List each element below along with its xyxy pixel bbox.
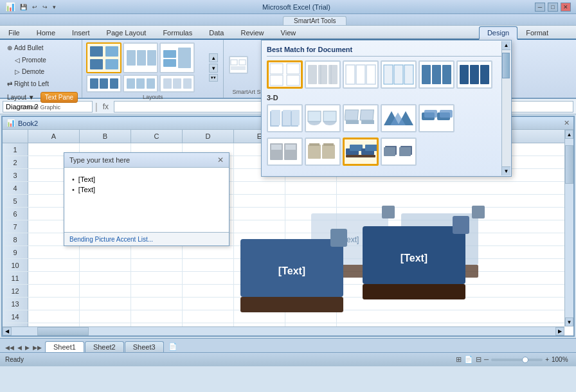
svg-rect-3 bbox=[105, 59, 118, 69]
style-thumb-3d-9[interactable] bbox=[381, 138, 417, 166]
tab-data[interactable]: Data bbox=[201, 26, 232, 39]
sheet-nav-next[interactable]: ▶ bbox=[24, 343, 31, 352]
col-header-b[interactable]: B bbox=[80, 130, 131, 143]
sheet-tab-1[interactable]: Sheet1 bbox=[45, 341, 84, 352]
col-header-d[interactable]: D bbox=[183, 130, 234, 143]
title-bar-controls[interactable]: ─ □ ✕ bbox=[535, 3, 571, 12]
style-thumb-1[interactable] bbox=[229, 56, 248, 74]
insert-sheet-btn[interactable]: 📄 bbox=[165, 341, 181, 352]
layout-thumb-2[interactable] bbox=[123, 42, 158, 73]
text-pane-close-btn[interactable]: ✕ bbox=[217, 156, 224, 165]
maximize-btn[interactable]: □ bbox=[548, 3, 558, 12]
minimize-btn[interactable]: ─ bbox=[535, 3, 545, 12]
sheet-tab-3[interactable]: Sheet3 bbox=[125, 341, 164, 352]
col-header-a[interactable]: A bbox=[28, 130, 80, 143]
layout-thumb-3[interactable] bbox=[159, 42, 195, 73]
undo-qat-btn[interactable]: ↩ bbox=[30, 3, 39, 11]
tab-formulas[interactable]: Formulas bbox=[154, 26, 201, 39]
style-thumb-3d-4[interactable] bbox=[381, 104, 417, 132]
style-thumb-3d-6[interactable] bbox=[267, 138, 303, 166]
style-thumb-3d-8[interactable] bbox=[343, 138, 379, 166]
sheet-nav-first[interactable]: ◀◀ bbox=[4, 343, 15, 352]
tab-format[interactable]: Format bbox=[518, 26, 557, 39]
scroll-down-btn[interactable]: ▼ bbox=[502, 166, 510, 175]
workbook-close-btn[interactable]: ✕ bbox=[564, 119, 570, 127]
page-break-btn[interactable]: ⊟ bbox=[476, 355, 482, 364]
tab-view[interactable]: View bbox=[273, 26, 305, 39]
svg-rect-12 bbox=[110, 78, 118, 89]
style-thumb-r1-3[interactable] bbox=[343, 60, 379, 89]
v-scroll-down-btn[interactable]: ▼ bbox=[565, 317, 573, 326]
svg-rect-96 bbox=[363, 284, 465, 299]
sheet-tab-2[interactable]: Sheet2 bbox=[85, 341, 124, 352]
save-qat-btn[interactable]: 💾 bbox=[18, 3, 29, 11]
h-scroll-left-btn[interactable]: ◀ bbox=[3, 327, 12, 335]
svg-rect-11 bbox=[100, 78, 108, 89]
svg-rect-83 bbox=[399, 147, 411, 156]
tab-file[interactable]: File bbox=[0, 26, 28, 39]
bullet-icon: • bbox=[72, 186, 75, 193]
sheet-nav-last[interactable]: ▶▶ bbox=[32, 343, 43, 352]
page-layout-btn[interactable]: 📄 bbox=[464, 355, 473, 364]
text-item-2[interactable]: [Text] bbox=[78, 186, 95, 193]
svg-rect-6 bbox=[147, 50, 156, 66]
style-thumb-3d-1[interactable] bbox=[267, 104, 303, 132]
scroll-down-arrow[interactable]: ▼ bbox=[209, 64, 218, 73]
rtl-icon: ⇄ bbox=[7, 80, 12, 87]
promote-btn[interactable]: ◁ Promote bbox=[12, 55, 78, 66]
tab-page-layout[interactable]: Page Layout bbox=[98, 26, 155, 39]
zoom-level: 100% bbox=[552, 356, 571, 363]
style-thumb-3d-7[interactable] bbox=[305, 138, 341, 166]
svg-rect-51 bbox=[292, 110, 300, 125]
style-thumb-r1-5[interactable] bbox=[419, 60, 455, 89]
h-scrollbar[interactable]: ◀ ▶ bbox=[3, 326, 564, 335]
tab-design[interactable]: Design bbox=[479, 26, 518, 40]
ribbon-tab-bar: File Home Insert Page Layout Formulas Da… bbox=[0, 26, 576, 40]
col-header-c[interactable]: C bbox=[131, 130, 183, 143]
layout-thumb-4[interactable] bbox=[86, 75, 122, 93]
demote-btn[interactable]: ▷ Demote bbox=[12, 66, 78, 77]
text-pane-btn[interactable]: Text Pane bbox=[40, 92, 78, 103]
zoom-slider[interactable] bbox=[491, 359, 543, 361]
scroll-expand-arrow[interactable]: ▾▾ bbox=[209, 74, 218, 82]
close-btn[interactable]: ✕ bbox=[561, 3, 571, 12]
style-thumb-r1-6[interactable] bbox=[456, 60, 492, 89]
tab-home[interactable]: Home bbox=[28, 26, 64, 39]
text-pane: Type your text here ✕ • [Text] • [Text] … bbox=[64, 152, 230, 246]
layout-thumb-1[interactable] bbox=[86, 42, 122, 73]
h-scroll-right-btn[interactable]: ▶ bbox=[555, 327, 564, 335]
style-thumb-selected[interactable] bbox=[267, 60, 303, 89]
style-thumb-3d-5[interactable] bbox=[419, 104, 455, 132]
text-pane-footer-link[interactable]: Bending Picture Accent List... bbox=[69, 236, 153, 243]
layout-btn[interactable]: Layout ▼ bbox=[4, 92, 38, 103]
redo-qat-btn[interactable]: ↪ bbox=[40, 3, 50, 11]
status-bar: Ready ⊞ 📄 ⊟ ─ + 100% bbox=[0, 352, 576, 366]
sheet-nav-prev[interactable]: ◀ bbox=[16, 343, 23, 352]
layout-thumb-5[interactable] bbox=[123, 75, 158, 93]
create-graphic-label: Create Graphic bbox=[4, 103, 78, 111]
v-scrollbar[interactable]: ▲ ▼ bbox=[564, 130, 573, 326]
v-scroll-up-btn[interactable]: ▲ bbox=[565, 130, 573, 139]
style-thumb-r1-4[interactable] bbox=[381, 60, 417, 89]
layout-thumb-6[interactable] bbox=[159, 75, 195, 93]
popup-scrollbar[interactable]: ▲ ▼ bbox=[501, 41, 510, 175]
style-thumb-3d-3[interactable] bbox=[343, 104, 379, 132]
add-bullet-icon: ⊕ bbox=[7, 44, 12, 51]
text-pane-footer: Bending Picture Accent List... bbox=[64, 232, 229, 245]
tab-review[interactable]: Review bbox=[232, 26, 272, 39]
scroll-up-arrow[interactable]: ▲ bbox=[209, 53, 218, 62]
add-bullet-btn[interactable]: ⊕ Add Bullet bbox=[4, 42, 78, 53]
style-thumb-3d-2[interactable] bbox=[305, 104, 341, 132]
style-thumb-r1-2[interactable] bbox=[305, 60, 341, 89]
scroll-up-btn[interactable]: ▲ bbox=[502, 41, 510, 50]
qat-dropdown[interactable]: ▾ bbox=[51, 3, 58, 11]
zoom-in-btn[interactable]: + bbox=[545, 356, 549, 363]
tab-insert[interactable]: Insert bbox=[64, 26, 98, 39]
fx-label[interactable]: fx bbox=[100, 102, 111, 111]
svg-rect-43 bbox=[460, 65, 469, 84]
normal-view-btn[interactable]: ⊞ bbox=[456, 355, 462, 364]
zoom-out-btn[interactable]: ─ bbox=[484, 356, 489, 363]
smartart-canvas[interactable]: [Text] [Text] bbox=[221, 188, 543, 316]
right-to-left-btn[interactable]: ⇄ Right to Left bbox=[4, 78, 78, 89]
text-item-1[interactable]: [Text] bbox=[78, 175, 95, 183]
